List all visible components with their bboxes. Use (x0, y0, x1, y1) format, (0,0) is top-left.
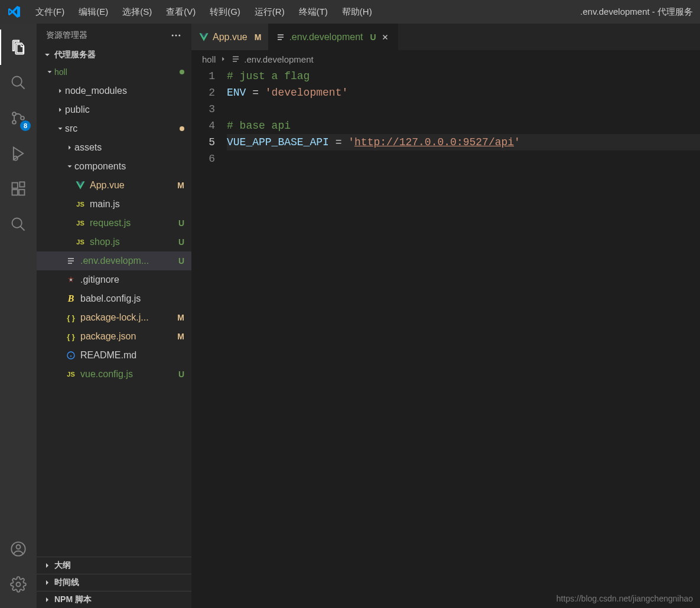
vscode-logo-icon (7, 5, 21, 19)
code-line: ENV = 'development' (227, 84, 700, 101)
breadcrumb-item: holl (202, 54, 216, 64)
git-status-badge: M (177, 332, 184, 341)
lines-icon (231, 54, 240, 64)
code-editor[interactable]: 123456 # just a flagENV = 'development' … (191, 68, 700, 608)
activity-search[interactable] (0, 65, 37, 100)
git-icon (65, 274, 77, 286)
svg-point-15 (178, 35, 180, 37)
tree-root[interactable]: holl (37, 63, 191, 81)
svg-point-12 (17, 583, 21, 587)
svg-point-14 (175, 35, 177, 37)
git-status-badge: U (370, 32, 376, 42)
tree-item[interactable]: Bbabel.config.js (37, 289, 191, 308)
vue-icon (74, 179, 86, 191)
tree-item[interactable]: { }package-lock.j...M (37, 308, 191, 327)
editor-area: App.vueM.env.developmentU holl .env.deve… (191, 24, 700, 608)
scm-badge: 8 (20, 120, 31, 131)
tree-item[interactable]: README.md (37, 346, 191, 365)
tab-label: .env.development (289, 32, 363, 43)
tree-item-label: shop.js (90, 237, 175, 247)
tab-label: App.vue (213, 32, 248, 43)
code-line (227, 101, 700, 117)
tree-item[interactable]: .env.developm...U (37, 251, 191, 270)
code-line: # base api (227, 117, 700, 134)
tree-item[interactable]: JSshop.jsU (37, 233, 191, 251)
tree-item-label: src (65, 123, 180, 134)
tree-item[interactable]: src (37, 119, 191, 138)
close-icon[interactable] (380, 32, 390, 43)
activity-bar: 8 (0, 24, 37, 608)
menu-item[interactable]: 编辑(E) (71, 4, 115, 20)
tree-item[interactable]: assets (37, 138, 191, 157)
menu-item[interactable]: 终端(T) (292, 4, 335, 20)
outline-section[interactable]: 大纲 (37, 557, 191, 574)
chevron-right-icon (219, 55, 227, 63)
tree-item-label: README.md (80, 350, 184, 361)
tree-item[interactable]: JSvue.config.jsU (37, 365, 191, 384)
tree-item[interactable]: JSrequest.jsU (37, 214, 191, 233)
activity-extensions[interactable] (0, 171, 37, 207)
tree-item-label: vue.config.js (80, 369, 175, 380)
breadcrumbs[interactable]: holl .env.development (191, 50, 700, 68)
vue-icon (198, 32, 209, 43)
project-name: 代理服务器 (54, 50, 96, 60)
tree-root-label: holl (54, 67, 180, 77)
tabs: App.vueM.env.developmentU (191, 24, 700, 50)
info-icon (65, 349, 77, 361)
js-icon: JS (74, 236, 86, 248)
dot-icon (180, 126, 184, 131)
sidebar-header: 资源管理器 (37, 24, 191, 47)
menu-bar: 文件(F)编辑(E)选择(S)查看(V)转到(G)运行(R)终端(T)帮助(H) (28, 4, 379, 20)
js-icon: JS (74, 217, 86, 229)
svg-point-9 (12, 218, 22, 228)
sidebar-more-icon[interactable] (170, 30, 182, 41)
svg-rect-8 (19, 182, 24, 187)
svg-point-3 (21, 116, 24, 120)
timeline-section[interactable]: 时间线 (37, 574, 191, 591)
activity-accounts[interactable] (0, 531, 37, 567)
project-section-header[interactable]: 代理服务器 (37, 47, 191, 63)
tree-item[interactable]: node_modules (37, 81, 191, 100)
code-line: # just a flag (227, 68, 700, 84)
lines-icon (65, 255, 77, 267)
js-icon: JS (74, 198, 86, 210)
tree-item-label: main.js (90, 199, 184, 210)
breadcrumb-item: .env.development (244, 54, 313, 64)
tree-item-label: App.vue (90, 180, 174, 191)
activity-settings[interactable] (0, 567, 37, 602)
tree-item-label: request.js (90, 218, 175, 228)
editor-tab[interactable]: App.vueM (191, 24, 269, 50)
tree-item[interactable]: components (37, 157, 191, 176)
tree-item[interactable]: JSmain.js (37, 195, 191, 214)
menu-item[interactable]: 文件(F) (28, 4, 71, 20)
tree-item[interactable]: .gitignore (37, 270, 191, 289)
npm-scripts-section[interactable]: NPM 脚本 (37, 591, 191, 608)
svg-point-16 (70, 279, 72, 281)
activity-run-debug[interactable] (0, 136, 37, 171)
tree-item-label: assets (74, 142, 184, 153)
activity-search-2[interactable] (0, 207, 37, 242)
menu-item[interactable]: 选择(S) (115, 4, 159, 20)
git-status-badge: M (177, 313, 184, 322)
activity-explorer[interactable] (0, 30, 37, 65)
svg-point-2 (12, 120, 16, 124)
activity-source-control[interactable]: 8 (0, 100, 37, 136)
menu-item[interactable]: 运行(R) (248, 4, 292, 20)
tree-item[interactable]: App.vueM (37, 176, 191, 195)
svg-point-13 (172, 35, 174, 37)
menu-item[interactable]: 转到(G) (203, 4, 248, 20)
js-icon: JS (65, 368, 77, 380)
watermark: https://blog.csdn.net/jiangchengnihao (556, 594, 693, 603)
sidebar-title: 资源管理器 (46, 30, 87, 41)
json-icon: { } (65, 312, 77, 323)
tree-item-label: package-lock.j... (80, 312, 174, 323)
editor-tab[interactable]: .env.developmentU (269, 24, 398, 50)
menu-item[interactable]: 帮助(H) (335, 4, 379, 20)
menu-item[interactable]: 查看(V) (159, 4, 203, 20)
dot-icon (180, 70, 184, 74)
window-title: .env.development - 代理服务 (379, 6, 695, 18)
babel-icon: B (65, 293, 77, 305)
svg-point-11 (17, 545, 21, 549)
tree-item[interactable]: public (37, 100, 191, 119)
tree-item[interactable]: { }package.jsonM (37, 327, 191, 346)
